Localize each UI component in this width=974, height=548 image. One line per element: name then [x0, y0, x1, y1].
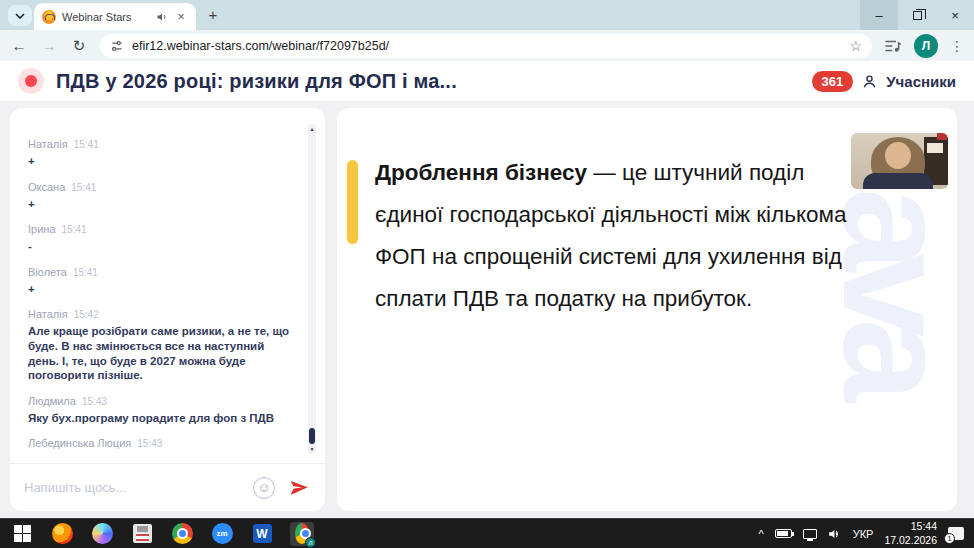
new-tab-button[interactable]: +: [204, 6, 222, 23]
tab-close-icon[interactable]: ×: [174, 9, 188, 24]
tray-time: 15:44: [911, 520, 937, 532]
message-author: Людмила: [28, 395, 76, 407]
copilot-icon[interactable]: [90, 522, 114, 546]
message-time: 15:41: [73, 267, 98, 278]
site-settings-icon[interactable]: [110, 39, 124, 53]
message-author: Оксана: [28, 181, 65, 193]
back-button[interactable]: ←: [10, 37, 28, 54]
chat-message: Наталія15:42 Але краще розібрати саме ри…: [28, 308, 295, 382]
tab-title: Webinar Stars: [62, 11, 150, 23]
message-text: Яку бух.програму порадите для фоп з ПДВ: [28, 411, 292, 426]
address-bar[interactable]: efir12.webinar-stars.com/webinar/f72097b…: [100, 34, 872, 58]
message-time: 15:41: [62, 224, 87, 235]
participants-button[interactable]: 361 Учасники: [812, 71, 956, 92]
refresh-button[interactable]: ↻: [70, 37, 88, 55]
chat-message: Наталія15:41 +: [28, 138, 295, 169]
zoom-app-icon[interactable]: zm: [210, 522, 234, 546]
webinar-header: ПДВ у 2026 році: ризики для ФОП і ма... …: [0, 61, 974, 101]
profile-avatar[interactable]: Л: [914, 34, 938, 58]
webinar-stars-favicon: [42, 10, 56, 24]
word-icon[interactable]: W: [250, 522, 274, 546]
message-text: +: [28, 154, 292, 169]
tray-date: 17.02.2026: [884, 534, 937, 546]
message-author: Віолета: [28, 266, 67, 278]
message-author: Лебединська Люция: [28, 437, 131, 449]
yellow-quote-bar: [347, 160, 358, 244]
chat-input[interactable]: Напишіть щось...: [24, 480, 241, 495]
windows-logo-icon: [14, 525, 31, 542]
tray-chevron-icon[interactable]: ^: [759, 528, 764, 540]
save-app-icon[interactable]: [130, 522, 154, 546]
media-controls-icon[interactable]: [884, 39, 902, 53]
chat-input-area: Напишіть щось... ☺: [10, 463, 325, 511]
chrome-profile-badge: л: [305, 537, 316, 548]
tray-clock[interactable]: 15:44 17.02.2026: [884, 520, 937, 546]
battery-icon[interactable]: [775, 529, 792, 538]
browser-tabstrip: Webinar Stars × + – ×: [0, 0, 974, 30]
presenter-webcam[interactable]: [851, 133, 948, 189]
presenter-face: [885, 142, 911, 169]
presenter-sweater: [863, 173, 933, 189]
chrome-icon[interactable]: [170, 522, 194, 546]
message-time: 15:43: [137, 438, 162, 449]
send-button[interactable]: [287, 476, 311, 500]
network-display-icon[interactable]: [803, 529, 817, 539]
minimize-button[interactable]: –: [860, 0, 898, 30]
message-time: 15:43: [82, 396, 107, 407]
screen: Webinar Stars × + – × ← → ↻ efir12.webin…: [0, 0, 974, 548]
chat-messages[interactable]: Наталія15:41 + Оксана15:41 + Ірина15:41 …: [28, 138, 295, 455]
message-text: есть отдельный кабинет для веденияПДВ ?: [28, 453, 292, 455]
webinar-content: Наталія15:41 + Оксана15:41 + Ірина15:41 …: [0, 101, 974, 518]
message-time: 15:41: [71, 182, 96, 193]
taskbar-apps: zm W л: [0, 522, 759, 546]
person-icon: [861, 73, 878, 90]
participants-count-badge: 361: [812, 71, 854, 92]
smiley-icon: ☺: [257, 480, 270, 495]
emoji-button[interactable]: ☺: [253, 477, 275, 499]
message-text: +: [28, 282, 292, 297]
window-controls: – ×: [860, 0, 974, 30]
slide-heading: Дроблення бізнесу: [375, 160, 587, 185]
url-text[interactable]: efir12.webinar-stars.com/webinar/f72097b…: [132, 39, 841, 53]
message-time: 15:41: [74, 139, 99, 150]
chevron-down-icon: [15, 13, 25, 19]
slide-panel: ava Дроблення бізнесу — це штучний поділ…: [337, 108, 957, 511]
bookmark-star-icon[interactable]: ☆: [849, 38, 862, 54]
chat-message: Оксана15:41 +: [28, 181, 295, 212]
participants-label: Учасники: [886, 73, 956, 90]
chat-panel: Наталія15:41 + Оксана15:41 + Ірина15:41 …: [10, 108, 325, 511]
firefox-icon[interactable]: [50, 522, 74, 546]
message-time: 15:42: [74, 309, 99, 320]
message-text: -: [28, 239, 292, 254]
restore-icon: [913, 11, 922, 20]
message-author: Наталія: [28, 308, 68, 320]
volume-icon[interactable]: [828, 528, 842, 540]
chat-message: Лебединська Люция15:43 есть отдельный ка…: [28, 437, 295, 455]
system-tray: ^ УКР 15:44 17.02.2026 1: [759, 520, 974, 546]
message-author: Ірина: [28, 223, 56, 235]
close-window-button[interactable]: ×: [936, 0, 974, 30]
message-author: Наталія: [28, 138, 68, 150]
scroll-up-icon[interactable]: ▲: [308, 126, 316, 132]
notification-count: 1: [944, 533, 955, 544]
browser-menu-icon[interactable]: ⋮: [950, 38, 964, 54]
chat-scrollbar[interactable]: ▲ ▼: [308, 124, 316, 454]
tab-audio-icon[interactable]: [156, 11, 168, 23]
tab-search-button[interactable]: [8, 5, 32, 26]
slide-text: Дроблення бізнесу — це штучний поділ єди…: [375, 152, 877, 320]
browser-toolbar: ← → ↻ efir12.webinar-stars.com/webinar/f…: [0, 30, 974, 61]
restore-button[interactable]: [898, 0, 936, 30]
windows-taskbar: zm W л ^ УКР 15:44 17.02.2026 1: [0, 518, 974, 548]
scroll-down-icon[interactable]: ▼: [308, 446, 316, 452]
scrollbar-thumb[interactable]: [309, 428, 315, 444]
paper-plane-icon: [289, 478, 309, 498]
notification-center-icon[interactable]: 1: [948, 527, 964, 540]
chrome-active-icon[interactable]: л: [290, 522, 314, 546]
chat-message: Людмила15:43 Яку бух.програму порадите д…: [28, 395, 295, 426]
record-icon: [18, 68, 44, 94]
language-indicator[interactable]: УКР: [853, 528, 874, 540]
browser-tab[interactable]: Webinar Stars ×: [34, 3, 196, 30]
webinar-title: ПДВ у 2026 році: ризики для ФОП і ма...: [56, 70, 812, 93]
start-button[interactable]: [10, 522, 34, 546]
forward-button[interactable]: →: [40, 37, 58, 54]
